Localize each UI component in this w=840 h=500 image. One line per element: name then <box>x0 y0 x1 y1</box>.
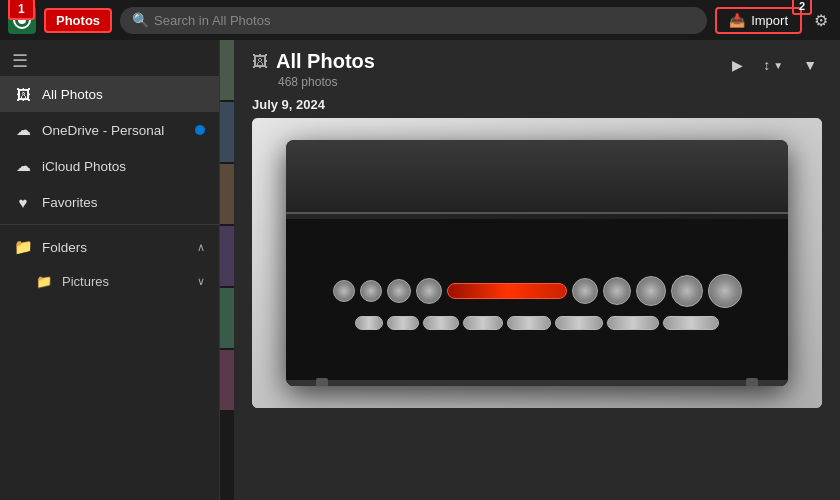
thumb-5 <box>220 288 234 348</box>
pictures-chevron: ∨ <box>197 275 205 288</box>
import-icon: 📥 <box>729 13 745 28</box>
onedrive-icon: ☁ <box>14 121 32 139</box>
title-bar: 1 Photos 🔍 2 📥 Import ⚙ <box>0 0 840 40</box>
search-wrapper: 🔍 <box>120 7 707 34</box>
search-icon: 🔍 <box>132 12 149 28</box>
filter-icon: ▼ <box>803 57 817 73</box>
socket <box>572 278 598 304</box>
thumb-4 <box>220 226 234 286</box>
title-bar-right: 2 📥 Import ⚙ <box>715 7 832 34</box>
socket <box>603 277 631 305</box>
import-button[interactable]: 📥 Import <box>715 7 802 34</box>
wrench <box>507 316 551 330</box>
foot-left <box>316 378 328 386</box>
badge-1: 1 <box>8 0 35 20</box>
thumbnail-strip <box>220 40 234 500</box>
socket <box>387 279 411 303</box>
title-row: 🖼 All Photos <box>252 50 375 73</box>
wrench <box>555 316 603 330</box>
search-input[interactable] <box>120 7 707 34</box>
pictures-icon: 📁 <box>36 274 52 289</box>
thumb-2 <box>220 102 234 162</box>
wrench <box>387 316 419 330</box>
foot-right <box>746 378 758 386</box>
app-title-badge: Photos <box>44 8 112 33</box>
date-label: July 9, 2024 <box>234 89 840 118</box>
toolbar-icons: ▶ ↕ ▼ ▼ <box>727 50 822 76</box>
socket <box>360 280 382 302</box>
content-header-row: 🖼 All Photos 468 photos ▶ ↕ ▼ ▼ <box>234 40 840 89</box>
photos-area <box>234 118 840 500</box>
wrench <box>663 316 719 330</box>
onedrive-label: OneDrive - Personal <box>42 123 185 138</box>
sidebar-item-icloud[interactable]: ☁ iCloud Photos <box>0 148 219 184</box>
thumb-3 <box>220 164 234 224</box>
menu-icon[interactable]: ☰ <box>0 40 219 76</box>
icloud-icon: ☁ <box>14 157 32 175</box>
main-photo[interactable] <box>252 118 822 408</box>
settings-button[interactable]: ⚙ <box>810 7 832 34</box>
photo-count: 468 photos <box>252 73 375 89</box>
slideshow-icon: ▶ <box>732 57 743 73</box>
socket <box>636 276 666 306</box>
content-title: All Photos <box>276 50 375 73</box>
socket <box>671 275 703 307</box>
thumb-6 <box>220 350 234 410</box>
thumb-1 <box>220 40 234 100</box>
wrench <box>607 316 659 330</box>
folders-icon: 📁 <box>14 238 32 256</box>
sort-icon: ↕ <box>763 57 770 73</box>
folders-label: Folders <box>42 240 87 255</box>
sidebar-item-onedrive[interactable]: ☁ OneDrive - Personal <box>0 112 219 148</box>
content-title-block: 🖼 All Photos 468 photos <box>252 50 375 89</box>
wrench <box>463 316 503 330</box>
filter-button[interactable]: ▼ <box>798 54 822 76</box>
socket <box>708 274 742 308</box>
main-layout: ☰ 🖼 All Photos ☁ OneDrive - Personal ☁ i… <box>0 40 840 500</box>
case-interior <box>286 219 788 387</box>
sidebar: ☰ 🖼 All Photos ☁ OneDrive - Personal ☁ i… <box>0 40 220 500</box>
gear-icon: ⚙ <box>814 12 828 29</box>
slideshow-button[interactable]: ▶ <box>727 54 748 76</box>
folders-section[interactable]: 📁 Folders ∧ <box>0 229 219 265</box>
sidebar-item-favorites[interactable]: ♥ Favorites <box>0 184 219 220</box>
socket-row-2 <box>306 316 768 330</box>
socket <box>416 278 442 304</box>
content-area: 🖼 All Photos 468 photos ▶ ↕ ▼ ▼ July 9, … <box>234 40 840 500</box>
import-label: Import <box>751 13 788 28</box>
sidebar-divider <box>0 224 219 225</box>
socket <box>333 280 355 302</box>
onedrive-sync-dot <box>195 125 205 135</box>
all-photos-label: All Photos <box>42 87 205 102</box>
ratchet-wrench <box>447 283 567 299</box>
socket-row-1 <box>306 274 768 308</box>
content-title-icon: 🖼 <box>252 53 268 71</box>
folders-chevron: ∧ <box>197 241 205 254</box>
case-bottom <box>286 380 788 386</box>
sort-chevron-icon: ▼ <box>773 60 783 71</box>
wrench <box>355 316 383 330</box>
all-photos-icon: 🖼 <box>14 85 32 103</box>
tool-case <box>286 140 788 387</box>
pictures-label: Pictures <box>62 274 109 289</box>
sidebar-item-all-photos[interactable]: 🖼 All Photos <box>0 76 219 112</box>
favorites-label: Favorites <box>42 195 205 210</box>
icloud-label: iCloud Photos <box>42 159 205 174</box>
wrench <box>423 316 459 330</box>
badge-2: 2 <box>792 0 812 15</box>
sort-button[interactable]: ↕ ▼ <box>758 54 788 76</box>
favorites-icon: ♥ <box>14 193 32 211</box>
case-lid <box>286 140 788 214</box>
sidebar-item-pictures[interactable]: 📁 Pictures ∨ <box>0 265 219 298</box>
